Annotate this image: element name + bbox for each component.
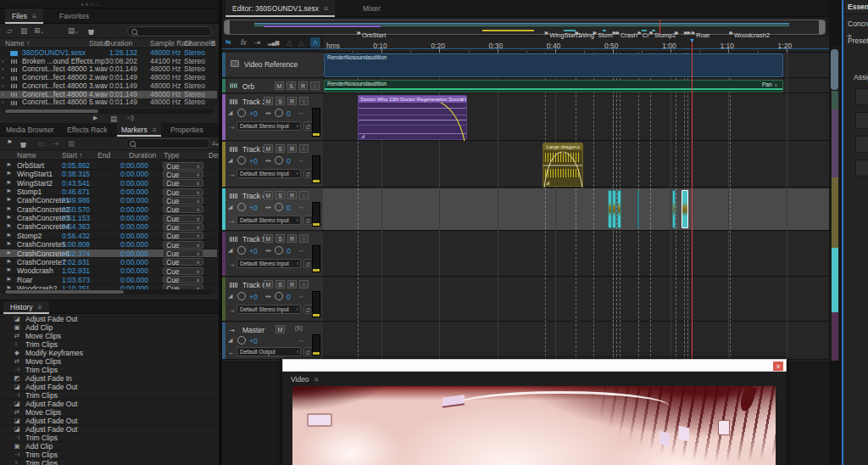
ruler-marker-flag-icon[interactable]: ⚑ bbox=[728, 31, 733, 37]
ruler-marker-flag-icon[interactable]: ⚑ bbox=[356, 31, 361, 37]
import-file-icon[interactable]: ▥ bbox=[20, 26, 27, 35]
expand-caret-icon[interactable]: › bbox=[2, 82, 3, 91]
clip-header[interactable]: Large dragon...∨ bbox=[543, 143, 582, 150]
delete-marker-icon[interactable] bbox=[20, 141, 26, 149]
tab-media-browser[interactable]: Media Browser bbox=[2, 123, 58, 137]
monitor-button[interactable]: I bbox=[299, 234, 309, 243]
col-marker-start[interactable]: Start ↑ bbox=[62, 151, 83, 160]
history-item[interactable]: ▣Add Clip bbox=[0, 442, 217, 451]
history-item[interactable]: ◪Adjust Fade Out bbox=[0, 315, 217, 323]
effects-fx-icon[interactable]: fx bbox=[241, 38, 247, 47]
volume-envelope-line[interactable] bbox=[325, 88, 782, 90]
marker-type-select[interactable]: Cue∨ bbox=[163, 188, 203, 196]
filter-icon[interactable]: ≡▾ bbox=[212, 139, 218, 148]
marker-type-select[interactable]: Cue∨ bbox=[163, 215, 203, 222]
mute-button[interactable]: M bbox=[264, 144, 273, 153]
expand-caret-icon[interactable]: › bbox=[2, 91, 3, 99]
ruler-marker-flag-icon[interactable]: ⚑ bbox=[690, 31, 695, 37]
record-button[interactable]: R bbox=[287, 191, 297, 199]
marker-row[interactable]: ⚑CrashConrete71:02.9310:00.000Cue∨ bbox=[0, 258, 217, 266]
clip-header[interactable]: Doctor Who 13th Doctor Regeneration Soun… bbox=[359, 96, 467, 103]
volume-knob[interactable] bbox=[237, 292, 246, 300]
tab-editor[interactable]: Editor: 360SOUNDV1.sesx ≡ bbox=[225, 0, 335, 17]
move-tool-icon[interactable]: ⇆ bbox=[225, 38, 231, 46]
mute-button[interactable]: M bbox=[264, 234, 273, 243]
pan-knob[interactable] bbox=[275, 203, 283, 211]
panel-menu-icon[interactable]: ≡ bbox=[38, 304, 42, 311]
history-item[interactable]: ⊣Trim Clips bbox=[0, 451, 217, 459]
history-item[interactable]: ⇄Move Clips bbox=[0, 408, 217, 417]
history-item[interactable]: ⇄Move Clips bbox=[0, 332, 217, 340]
solo-button[interactable]: S bbox=[275, 280, 285, 289]
new-item-icon[interactable]: ⊞⌄ bbox=[34, 26, 44, 35]
ruler-marker-flag-icon[interactable]: ⚑ bbox=[615, 31, 620, 37]
navigator-handle-left[interactable] bbox=[225, 20, 230, 34]
col-channels[interactable]: Channels bbox=[184, 39, 214, 48]
monitor-button[interactable]: I bbox=[299, 280, 309, 289]
tab-properties[interactable]: Properties bbox=[166, 123, 208, 137]
marker-type-select[interactable]: Cue∨ bbox=[163, 223, 203, 231]
clip-track4[interactable] bbox=[672, 190, 676, 228]
input-select[interactable]: Default Stereo Input› bbox=[236, 216, 301, 225]
track-header-track-2[interactable]: Track 2MSRI◢+0◄►0↔→Default Stereo Input›… bbox=[222, 94, 323, 141]
history-item[interactable]: ⊣Trim Clips bbox=[0, 434, 217, 442]
monitor-button[interactable]: I bbox=[299, 97, 309, 105]
history-item[interactable]: ⊦Trim Clips bbox=[0, 340, 217, 349]
tab-mixer[interactable]: Mixer bbox=[356, 0, 387, 17]
marker-row[interactable]: ⚑CrashConrete51:00.8090:00.000Cue∨ bbox=[0, 240, 217, 249]
track-header-video-reference[interactable]: Video Reference bbox=[222, 53, 323, 78]
input-select[interactable]: Default Stereo Input› bbox=[236, 259, 301, 268]
vscroll-thumb[interactable] bbox=[831, 49, 838, 90]
video-window[interactable]: x Video ≡ bbox=[282, 359, 787, 465]
track-header-master[interactable]: ⭢MasterM(S)◢+0↔←Default Output›∅ bbox=[222, 322, 323, 360]
ruler-marker-flag-icon[interactable]: ⚑ bbox=[574, 31, 579, 37]
close-button[interactable]: x bbox=[773, 361, 783, 371]
track-header-orb[interactable]: OrbMSRI bbox=[222, 79, 323, 93]
volume-knob[interactable] bbox=[237, 203, 246, 211]
volume-knob[interactable] bbox=[237, 336, 246, 345]
col-marker-type[interactable]: Type bbox=[164, 151, 179, 160]
marker-row[interactable]: ⚑CrashConcrete10:49.9860:00.000Cue∨ bbox=[0, 196, 217, 204]
record-button[interactable]: R bbox=[287, 97, 297, 105]
record-button[interactable]: R bbox=[287, 234, 297, 243]
input-select[interactable]: Default Stereo Input› bbox=[236, 121, 301, 131]
marker-row[interactable]: ⚑WingStart20:43.5410:00.000Cue∨ bbox=[0, 179, 217, 188]
tab-video[interactable]: Video ≡ bbox=[291, 375, 319, 384]
track-header-track-3[interactable]: Track 3MSRI◢+0◄►0↔→Default Stereo Input›… bbox=[222, 142, 323, 188]
history-item[interactable]: ▣Add Clip bbox=[0, 323, 217, 332]
panel-menu-icon[interactable]: ≡ bbox=[324, 5, 328, 13]
solo-button[interactable]: S bbox=[275, 191, 285, 199]
markers-hscrollbar[interactable] bbox=[3, 289, 214, 294]
fade-handle-icon[interactable]: ◢ bbox=[545, 179, 549, 185]
volume-knob[interactable] bbox=[237, 246, 246, 255]
history-item[interactable]: ◩Adjust Fade In bbox=[0, 374, 217, 383]
editor-vscrollbar[interactable] bbox=[830, 47, 840, 361]
marker-row[interactable]: ⚑Woodcrash1:02.9310:00.000Cue∨ bbox=[0, 266, 217, 275]
monitor-button[interactable]: I bbox=[310, 81, 320, 90]
marker-type-select[interactable]: Cue∨ bbox=[163, 267, 203, 275]
solo-button[interactable]: S bbox=[275, 97, 285, 105]
marker-type-select[interactable]: Cue∨ bbox=[163, 258, 203, 266]
monitor-button[interactable]: I bbox=[299, 191, 309, 199]
col-name[interactable]: Name ↑ bbox=[5, 39, 30, 48]
tab-history[interactable]: History ≡ bbox=[3, 301, 49, 314]
clip-track4-selected[interactable] bbox=[682, 190, 688, 228]
mute-button[interactable]: M bbox=[264, 280, 273, 289]
output-select[interactable]: Default Output› bbox=[236, 347, 301, 356]
slip-tool-icon[interactable]: ⇥ bbox=[254, 38, 260, 47]
solo-button[interactable]: S bbox=[275, 234, 285, 243]
trash-icon[interactable] bbox=[88, 28, 94, 36]
input-select[interactable]: Default Stereo Input› bbox=[236, 169, 301, 178]
ruler-marker-flag-icon[interactable]: ⚑ bbox=[637, 31, 642, 37]
panel-menu-icon[interactable]: ≡ bbox=[32, 13, 36, 20]
col-marker-name[interactable]: Name bbox=[17, 151, 36, 160]
col-marker-end[interactable]: End bbox=[97, 151, 110, 160]
record-button[interactable]: R bbox=[287, 144, 297, 153]
marker-type-select[interactable]: Cue∨ bbox=[163, 197, 203, 204]
record-button[interactable]: R bbox=[298, 81, 308, 90]
es-mixtype-button-2[interactable] bbox=[855, 112, 868, 129]
video-window-titlebar[interactable]: x bbox=[282, 359, 787, 372]
es-mixtype-button-4[interactable] bbox=[855, 160, 868, 176]
history-item[interactable]: ◪Adjust Fade Out bbox=[0, 425, 217, 434]
history-item[interactable]: ◪Adjust Fade Out bbox=[0, 400, 217, 408]
